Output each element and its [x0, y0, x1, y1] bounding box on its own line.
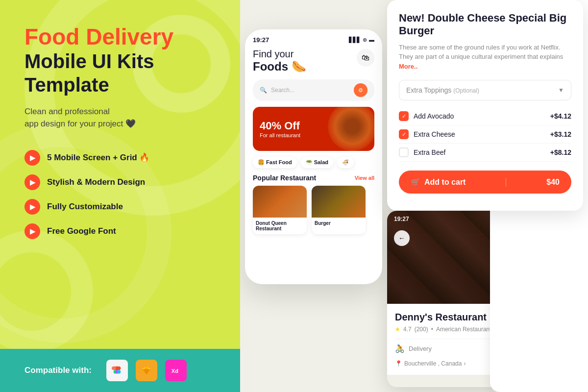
- promo-food-image: [328, 107, 374, 151]
- star-icon: ★: [395, 326, 400, 333]
- xd-icon: Xd: [165, 360, 187, 381]
- popular-title: Popular Restaurant: [253, 174, 316, 182]
- phone-status-bar: 19:27 ▋▋▋⊕▬: [253, 36, 374, 44]
- add-to-cart-label: Add to cart: [424, 178, 466, 187]
- search-bar[interactable]: 🔍 Search... ⚙: [253, 79, 374, 101]
- headline-red: Food Delivery: [24, 24, 220, 49]
- filter-button[interactable]: ⚙: [354, 83, 368, 97]
- topping-name-cheese: Extra Cheese: [414, 130, 455, 138]
- delivery-icon: 🚴: [395, 344, 405, 353]
- product-detail-panel: New! Double Cheese Special Big Burger Th…: [387, 0, 583, 211]
- restaurant-time: 19:27: [394, 216, 409, 222]
- feature-item-4: ▶ Free Google Font: [24, 223, 220, 239]
- checkbox-beef[interactable]: [399, 147, 409, 157]
- category-more[interactable]: 🍜: [337, 157, 354, 168]
- restaurant-type: American Restaurant: [436, 326, 491, 333]
- topping-price-beef: +$8.12: [550, 148, 571, 156]
- phone-time: 19:27: [253, 36, 269, 44]
- product-title: New! Double Cheese Special Big Burger: [399, 12, 571, 38]
- topping-left-avocado: ✓ Add Avocado: [399, 111, 454, 121]
- topping-cheese: ✓ Extra Cheese +$3.12: [399, 125, 571, 144]
- phone-mockup-1: 19:27 ▋▋▋⊕▬ Find your Foods 🌭 🛍 🔍 Search…: [245, 29, 382, 284]
- subtitle: Clean and professionalapp design for you…: [24, 105, 220, 130]
- left-panel: Food Delivery Mobile UI Kits Template Cl…: [0, 0, 240, 392]
- checkbox-cheese[interactable]: ✓: [399, 129, 409, 139]
- delivery-info: 🚴 Delivery: [395, 344, 432, 353]
- feature-bullet-3: ▶: [24, 199, 40, 215]
- restaurant-image-1: [253, 186, 307, 218]
- feature-item-1: ▶ 5 Mobile Screen + Grid 🔥: [24, 150, 220, 166]
- svg-point-0: [117, 370, 121, 373]
- cart-icon-btn: 🛒: [411, 177, 420, 187]
- product-description: These are some of the ground rules if yo…: [399, 43, 571, 72]
- cart-icon[interactable]: 🛍: [357, 49, 374, 67]
- feature-bullet-2: ▶: [24, 174, 40, 190]
- topping-left-beef: Extra Beef: [399, 147, 445, 157]
- restaurant-rating: 4.7: [403, 326, 412, 333]
- promo-banner: 40% Off For all restaurant: [253, 107, 374, 151]
- restaurant-location: Boucherville , Canada: [404, 360, 462, 367]
- restaurant-name-2: Burger: [315, 220, 363, 226]
- popular-section-header: Popular Restaurant View all: [253, 174, 374, 182]
- topping-price-cheese: +$3.12: [550, 130, 571, 138]
- topping-left-cheese: ✓ Extra Cheese: [399, 129, 455, 139]
- promo-text: 40% Off For all restaurant: [260, 120, 300, 138]
- restaurant-card-2[interactable]: Burger: [312, 186, 366, 234]
- location-arrow-icon: ›: [464, 360, 466, 367]
- topping-price-avocado: +$4.12: [550, 112, 571, 120]
- promo-discount: 40% Off: [260, 120, 300, 132]
- right-section: 19:27 ▋▋▋⊕▬ Find your Foods 🌭 🛍 🔍 Search…: [240, 0, 588, 392]
- location-pin-icon: 📍: [395, 360, 402, 367]
- dropdown-arrow-icon: ▼: [558, 87, 564, 94]
- more-link[interactable]: More..: [399, 63, 417, 70]
- view-all-link[interactable]: View all: [355, 175, 374, 181]
- phone-header: Find your Foods 🌭: [253, 49, 374, 74]
- headline-black: Mobile UI Kits Template: [24, 49, 220, 97]
- phone-signal-icons: ▋▋▋⊕▬: [349, 37, 374, 43]
- topping-name-beef: Extra Beef: [414, 148, 445, 156]
- restaurant-reviews: (200): [415, 326, 428, 333]
- checkbox-avocado[interactable]: ✓: [399, 111, 409, 121]
- compat-icons: Xd: [106, 360, 187, 381]
- topping-avocado: ✓ Add Avocado +$4.12: [399, 107, 571, 125]
- category-salad[interactable]: 🥗 Salad: [301, 157, 333, 168]
- compatible-label: Compatible with:: [24, 366, 92, 375]
- feature-list: ▶ 5 Mobile Screen + Grid 🔥 ▶ Stylish & M…: [24, 150, 220, 239]
- feature-item-3: ▶ Fully Customizable: [24, 199, 220, 215]
- deco-circle-2: [0, 230, 93, 353]
- add-to-cart-button[interactable]: 🛒 Add to cart $40: [399, 171, 571, 194]
- restaurant-cards: Donut Queen Restaurant Burger: [253, 186, 374, 234]
- cart-divider: [506, 178, 506, 187]
- cart-button-left: 🛒 Add to cart: [411, 177, 466, 187]
- feature-bullet-4: ▶: [24, 223, 40, 239]
- feature-item-2: ▶ Stylish & Modern Design: [24, 174, 220, 190]
- figma-icon: [106, 360, 128, 381]
- svg-text:Xd: Xd: [172, 368, 178, 374]
- bottom-bar: Compatible with:: [0, 349, 240, 392]
- feature-bullet-1: ▶: [24, 150, 40, 166]
- search-placeholder: Search...: [271, 87, 294, 94]
- topping-name-avocado: Add Avocado: [414, 112, 454, 120]
- cart-price: $40: [546, 178, 560, 187]
- category-list: 🍔 Fast Food 🥗 Salad 🍜: [253, 157, 374, 168]
- search-icon: 🔍: [260, 87, 267, 94]
- phone-title-small: Find your: [253, 49, 374, 60]
- back-button[interactable]: ←: [394, 230, 410, 246]
- delivery-label: Delivery: [409, 345, 432, 352]
- restaurant-name-1: Donut Queen Restaurant: [256, 220, 304, 231]
- category-fastfood[interactable]: 🍔 Fast Food: [253, 157, 297, 168]
- toppings-label: Extra Toppings (Optional): [406, 86, 479, 94]
- sketch-icon: [136, 360, 157, 381]
- promo-subtitle: For all restaurant: [260, 132, 300, 138]
- restaurant-image-2: [312, 186, 366, 218]
- phone-title-large: Foods 🌭: [253, 60, 374, 74]
- topping-beef: Extra Beef +$8.12: [399, 144, 571, 162]
- toppings-dropdown[interactable]: Extra Toppings (Optional) ▼: [399, 80, 571, 100]
- restaurant-card-1[interactable]: Donut Queen Restaurant: [253, 186, 307, 234]
